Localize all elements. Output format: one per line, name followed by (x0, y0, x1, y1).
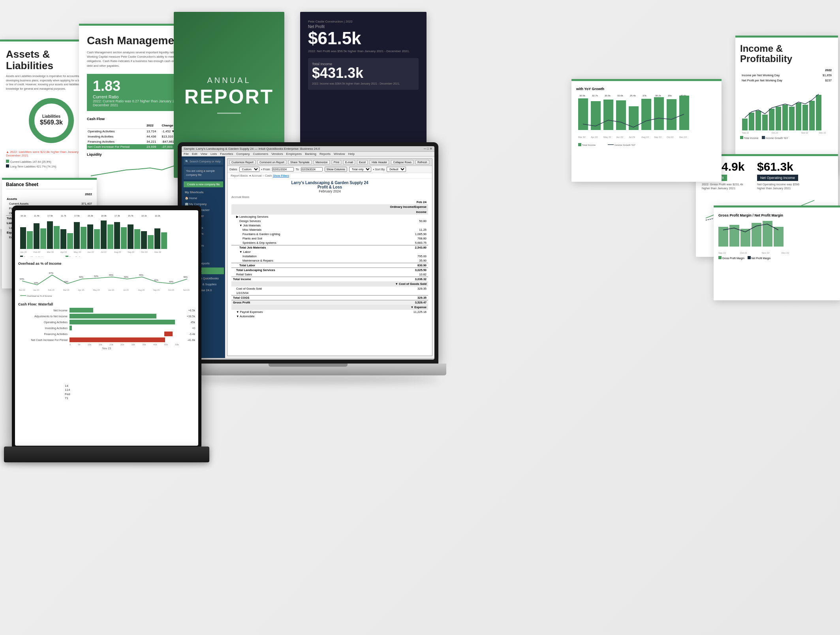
svg-text:Nov 22: Nov 22 (801, 132, 808, 134)
svg-rect-91 (148, 235, 154, 249)
bar-chart-svg: 36.5k 32.7k 35.5k 33.6k 25.4k 37k 38.2k … (576, 92, 714, 148)
show-columns-btn[interactable]: Show Columns (325, 167, 347, 172)
btn-comment[interactable]: Comment on Report (257, 160, 286, 164)
svg-text:Sep 22: Sep 22 (742, 132, 749, 134)
svg-rect-90 (141, 231, 147, 249)
menu-company[interactable]: Company (236, 152, 250, 156)
accrual-radio[interactable]: Accrual (252, 174, 261, 177)
net-profit-doc: Pete Castle Construction | 2022 Net Prof… (300, 12, 427, 162)
sort-label: ▪ Sort By (373, 168, 385, 171)
menu-employees[interactable]: Employees (286, 152, 302, 156)
svg-rect-25 (774, 227, 784, 247)
income-barchart-small: Sep 22 Oct 22 Nov 22 Dec 22 Total Income… (740, 87, 833, 139)
svg-rect-74 (34, 223, 39, 249)
svg-rect-87 (121, 227, 127, 249)
qb-menu-bar: File Edit View Lists Favorites Company C… (182, 152, 434, 156)
menu-edit[interactable]: Edit (192, 152, 197, 156)
menu-view[interactable]: View (201, 152, 207, 156)
svg-text:Oct 22: Oct 22 (740, 252, 747, 254)
svg-text:50%: 50% (79, 276, 83, 278)
menu-banking[interactable]: Banking (305, 152, 316, 156)
svg-rect-12 (796, 103, 801, 130)
laptop-screen-inner: Sample: Larry's Landscaping & Garden Sup… (182, 146, 434, 360)
svg-rect-6 (755, 111, 761, 130)
btn-hide-header[interactable]: Hide Header (370, 160, 389, 164)
svg-text:37k: 37k (643, 94, 647, 97)
qb-search[interactable]: 🔍 Search Company or Help (184, 158, 223, 165)
sidebar-home[interactable]: 🏠 Home (182, 195, 225, 201)
show-filters-link[interactable]: Show Filters (273, 174, 289, 177)
btn-print[interactable]: Print (332, 160, 341, 164)
svg-text:25.4k: 25.4k (630, 94, 636, 97)
qb-shortcuts-label: My Shortcuts (182, 189, 225, 195)
svg-text:33.6k: 33.6k (617, 94, 624, 97)
svg-rect-41 (603, 100, 613, 130)
svg-text:Jul 22: Jul 22 (101, 251, 107, 253)
columns-select[interactable]: Total only (349, 167, 371, 172)
svg-rect-22 (740, 229, 750, 247)
qb-main: Customize Report Comment on Report Share… (225, 156, 434, 358)
svg-text:Jul 23: Jul 23 (629, 136, 635, 138)
liabilities-donut-chart: Liabilities $569.3k (26, 95, 77, 146)
svg-rect-43 (629, 106, 639, 130)
income-bar-svg: Sep 22 Oct 22 Nov 22 Dec 22 (740, 87, 831, 134)
cash-radio[interactable]: Cash (265, 174, 272, 177)
svg-rect-11 (789, 107, 795, 130)
tablet-bar-svg: 16.1k 11.4k 17.5k 11.7k 17.5k 15.3k 18.9… (18, 213, 192, 257)
wf-bar-adj (70, 314, 186, 318)
svg-text:40%: 40% (169, 281, 173, 283)
btn-share-template[interactable]: Share Template (288, 160, 312, 164)
svg-text:11.4k: 11.4k (34, 215, 39, 217)
svg-text:Dec 22: Dec 22 (19, 289, 25, 291)
gp-desc: 2022: Gross Profit was $231.4k higher th… (702, 183, 749, 190)
svg-text:May 22: May 22 (603, 136, 611, 138)
svg-text:Feb 22: Feb 22 (34, 251, 40, 253)
waterfall-area: Cash Flow: Waterfall Net Income +6.5k Ad… (18, 302, 195, 350)
laptop-screen-outer: Sample: Larry's Landscaping & Garden Sup… (178, 142, 438, 364)
qb-create-company-btn[interactable]: Create a new company file (184, 181, 223, 187)
menu-file[interactable]: File (184, 152, 189, 156)
menu-window[interactable]: Window (334, 152, 345, 156)
menu-vendors[interactable]: Vendors (271, 152, 283, 156)
laptop-notch (269, 364, 348, 367)
qb-report-filters: Dates Custom ▪ From To Show Columns Tota… (227, 166, 432, 173)
menu-favorites[interactable]: Favorites (220, 152, 233, 156)
menu-lists[interactable]: Lists (210, 152, 217, 156)
svg-rect-72 (20, 227, 26, 249)
btn-refresh[interactable]: Refresh (415, 160, 429, 164)
waterfall-investing: Investing Activities +0 (18, 326, 195, 330)
sort-select[interactable]: Default (387, 167, 406, 172)
waterfall-adj: Adjustments to Net Income +38.5k (18, 314, 195, 318)
svg-rect-86 (114, 222, 120, 249)
from-date-input[interactable] (272, 167, 294, 171)
svg-text:Oct 22: Oct 22 (667, 136, 674, 138)
btn-memorize[interactable]: Memorize (314, 160, 330, 164)
svg-text:Dec 22: Dec 22 (679, 136, 687, 138)
wf-val-net-income: +6.5k (188, 309, 195, 312)
svg-text:16.1k: 16.1k (21, 215, 26, 217)
qb-report-window: Customize Report Comment on Report Share… (227, 158, 432, 356)
to-date-input[interactable] (301, 167, 323, 171)
income-prof-table: 2022 Income per Net Working Day$1,659 Ne… (740, 68, 833, 83)
svg-rect-92 (154, 228, 160, 249)
btn-email[interactable]: E-mail (343, 160, 355, 164)
btn-collapse-rows[interactable]: Collapse Rows (391, 160, 413, 164)
dates-select[interactable]: Custom (239, 167, 259, 172)
margin-legend: Gross Profit Margin Net Profit Margin (718, 256, 835, 260)
svg-rect-9 (776, 107, 781, 130)
menu-customers[interactable]: Customers (253, 152, 269, 156)
svg-rect-82 (87, 224, 93, 249)
svg-rect-81 (81, 227, 86, 249)
menu-help[interactable]: Help (348, 152, 355, 156)
svg-rect-77 (54, 226, 60, 249)
svg-rect-73 (27, 231, 33, 249)
btn-excel[interactable]: Excel (357, 160, 368, 164)
btn-customize-report[interactable]: Customize Report (229, 160, 256, 164)
svg-text:11.7k: 11.7k (61, 215, 66, 217)
svg-rect-42 (616, 100, 626, 130)
svg-text:52%: 52% (94, 275, 98, 277)
svg-text:55%: 55% (109, 274, 113, 276)
svg-text:Sep 22: Sep 22 (128, 251, 134, 253)
menu-reports[interactable]: Reports (319, 152, 331, 156)
report-label: REPORT (184, 87, 274, 107)
